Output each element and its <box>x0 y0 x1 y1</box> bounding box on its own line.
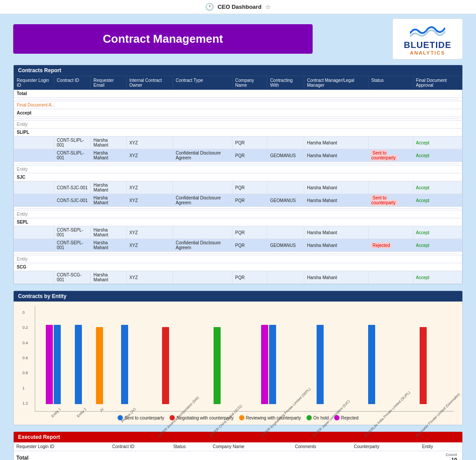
bar-group: Entity 2 <box>73 325 85 411</box>
contracts-table: Requester Login ID Contract ID Requester… <box>14 76 462 284</box>
bar-group: Entity 1 <box>46 325 61 411</box>
status-badge: Sent to counterparty <box>371 195 397 206</box>
table-row: CONT-SLIPL-001 Harsha Mahant XYZ PQR Har… <box>14 136 462 149</box>
exec-col-requester: Requester Login ID <box>14 442 110 451</box>
col-contract-id: Contract ID <box>54 76 91 90</box>
bar <box>54 325 61 404</box>
col-status: Status <box>369 76 413 90</box>
chart-area: 1.2 1 0.8 0.6 0.4 0.2 0 <box>14 306 462 420</box>
bar-group-bars <box>121 325 128 404</box>
table-row <box>14 98 462 101</box>
bar-group-bars <box>46 325 61 404</box>
bar-group-bars <box>214 327 221 404</box>
bar-group: STEER Japan corporation (SJC) <box>300 325 340 411</box>
chart-section: Contracts by Entity 1.2 1 0.8 0.6 0.4 0.… <box>13 291 463 425</box>
bar-group: STEER Engineering Private Limited (SEPL) <box>249 325 288 411</box>
bar-group-bars <box>75 325 82 404</box>
bar-group: JV <box>96 327 103 411</box>
total-label: Total <box>14 90 462 98</box>
logo-tagline: ANALYTICS <box>410 50 445 55</box>
entity-name-sjc: SJC <box>14 173 462 181</box>
entity-name-slipl: SLIPL <box>14 129 462 136</box>
entity-label-row: Entity <box>14 210 462 218</box>
entity-label-row: Entity <box>14 121 462 129</box>
bar <box>269 325 276 404</box>
bar <box>261 325 268 404</box>
star-icon[interactable]: ☆ <box>265 4 271 11</box>
table-row <box>14 207 462 210</box>
bar <box>214 327 221 404</box>
exec-col-comments: Comments <box>292 442 351 451</box>
bar <box>368 325 375 404</box>
legend-label: Reviewing with counterparty <box>246 416 301 420</box>
legend-label: On hold <box>314 416 329 420</box>
executed-report-header: Executed Report <box>14 432 462 442</box>
contracts-report-header: Contracts Report <box>14 65 462 76</box>
logo-box: BLUETIDE ANALYTICS <box>392 18 463 59</box>
entity-sub-label-sjc: Entity <box>14 166 462 173</box>
final-doc-label: Final Document A... <box>14 101 462 109</box>
col-manager: Contract Manager/Legal Manager <box>304 76 369 90</box>
table-row: CONT-SJC-001 Harsha Mahant XYZ PQR Harsh… <box>14 181 462 194</box>
bar-group: STEERLife India Private Limited (SLIPL) <box>352 325 391 411</box>
accept-label: Accept <box>14 109 462 117</box>
bar <box>96 327 103 404</box>
col-requester-email: Requester Email <box>91 76 126 90</box>
status-badge: Rejected <box>371 243 391 248</box>
page-title: Contract Management <box>13 24 313 54</box>
entity-name-row: SLIPL <box>14 129 462 136</box>
clock-icon: 🕐 <box>205 3 214 11</box>
bar-group-bars <box>420 327 427 404</box>
header-row: Contract Management BLUETIDE ANALYTICS <box>13 18 463 59</box>
exec-col-company: Company Name <box>210 442 292 451</box>
entity-sub-label-sepl: Entity <box>14 210 462 218</box>
table-row <box>14 252 462 255</box>
table-row <box>14 117 462 121</box>
table-row <box>14 162 462 166</box>
bar-group-bars <box>317 325 324 404</box>
table-row: Final Document A... <box>14 101 462 109</box>
bar-label: JV <box>99 407 104 413</box>
bar-group-bars <box>96 327 103 404</box>
entity-sub-label-scg: Entity <box>14 255 462 263</box>
exec-col-entity: Entity <box>419 442 462 451</box>
exec-col-status: Status <box>170 442 210 451</box>
bar <box>420 327 427 404</box>
exec-col-counterparty: Counterparty <box>351 442 420 451</box>
table-row: CONT-SEPL-001 Harsha Mahant XYZ Confiden… <box>14 239 462 252</box>
entity-name-row: SEPL <box>14 218 462 226</box>
bar-group: Philons (JV) <box>115 325 134 411</box>
table-row: CONT-SLIPL-001 Harsha Mahant XYZ Confide… <box>14 149 462 162</box>
entity-name-scg: SCG <box>14 263 462 271</box>
count-label: Count <box>422 453 460 457</box>
page-content: Contract Management BLUETIDE ANALYTICS C… <box>0 14 476 460</box>
bar <box>162 327 169 404</box>
legend-item: Reviewing with counterparty <box>239 415 301 420</box>
bar <box>46 325 53 404</box>
entity-label-row: Entity <box>14 166 462 173</box>
col-internal-owner: Internal Contract Owner <box>126 76 173 90</box>
logo-wave-icon <box>410 22 445 40</box>
bar-group: STEER America Incorporation (SAI) <box>146 327 185 411</box>
legend-color <box>239 415 244 420</box>
dashboard-title: CEO Dashboard <box>218 4 262 10</box>
col-company-name: Company Name <box>232 76 267 90</box>
col-final-approval: Final Document Approval <box>413 76 462 90</box>
bar <box>317 325 324 404</box>
bar <box>75 325 82 404</box>
chart-bars-area: Entity 1 Entity 2 JV <box>35 306 454 412</box>
col-contracting-with: Contracting With <box>267 76 304 90</box>
executed-report-section: Executed Report Requester Login ID Contr… <box>13 431 463 460</box>
bar-group-bars <box>368 325 375 404</box>
bar <box>121 325 128 404</box>
table-row: Total <box>14 90 462 98</box>
chart-title: Contracts by Entity <box>14 291 462 302</box>
bar-group: Geomatter Private Limited (Geomatter) <box>403 327 443 411</box>
executed-table: Requester Login ID Contract ID Status Co… <box>14 442 462 460</box>
table-row: CONT-SJC-001 Harsha Mahant XYZ Confident… <box>14 194 462 207</box>
entity-sub-label: Entity <box>14 121 462 129</box>
contracts-report-section: Contracts Report Requester Login ID Cont… <box>13 65 463 284</box>
col-contract-type: Contract Type <box>173 76 232 90</box>
legend-label: Rejected <box>341 416 358 420</box>
exec-col-contract-id: Contract ID <box>110 442 171 451</box>
